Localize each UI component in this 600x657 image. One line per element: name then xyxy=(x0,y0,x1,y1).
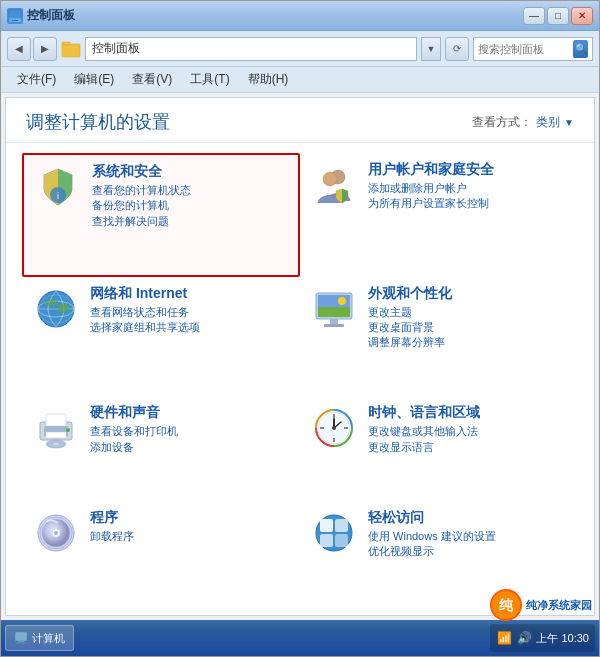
nav-buttons: ◀ ▶ xyxy=(7,37,57,61)
hardware-icon xyxy=(34,406,78,450)
cp-item-user-accounts[interactable]: 用户帐户和家庭安全 添加或删除用户帐户 为所有用户设置家长控制 xyxy=(300,153,578,277)
cp-link-system-3[interactable]: 查找并解决问题 xyxy=(92,214,288,229)
cp-title-hardware[interactable]: 硬件和声音 xyxy=(90,404,290,422)
cp-link-appearance-1[interactable]: 更改主题 xyxy=(368,305,568,320)
cp-link-user-2[interactable]: 为所有用户设置家长控制 xyxy=(368,196,568,211)
address-path[interactable]: 控制面板 xyxy=(85,37,417,61)
shield-icon: i xyxy=(36,165,80,209)
cp-link-system-2[interactable]: 备份您的计算机 xyxy=(92,198,288,213)
network-icon xyxy=(34,287,78,331)
cp-item-appearance[interactable]: 外观和个性化 更改主题 更改桌面背景 调整屏幕分辨率 xyxy=(300,277,578,397)
svg-rect-4 xyxy=(62,42,70,45)
cp-item-system-security[interactable]: i 系统和安全 查看您的计算机状态 备份您的计算机 查找并解决问题 xyxy=(22,153,300,277)
watermark-logo: 纯 xyxy=(490,589,522,621)
cp-title-accessibility[interactable]: 轻松访问 xyxy=(368,509,568,527)
folder-icon xyxy=(61,39,81,59)
cp-link-system-1[interactable]: 查看您的计算机状态 xyxy=(92,183,288,198)
svg-point-39 xyxy=(54,531,58,535)
content-area: 调整计算机的设置 查看方式： 类别 ▼ xyxy=(5,97,595,616)
cp-title-system-security[interactable]: 系统和安全 xyxy=(92,163,288,181)
cp-title-appearance[interactable]: 外观和个性化 xyxy=(368,285,568,303)
svg-rect-19 xyxy=(324,324,344,327)
cp-icon-programs xyxy=(32,509,80,557)
svg-rect-45 xyxy=(335,534,348,547)
search-input[interactable] xyxy=(478,43,573,55)
cp-icon-clock xyxy=(310,404,358,452)
cp-item-programs[interactable]: 程序 卸载程序 xyxy=(22,501,300,605)
maximize-button[interactable]: □ xyxy=(547,7,569,25)
cp-icon-network xyxy=(32,285,80,333)
cp-link-clock-2[interactable]: 更改显示语言 xyxy=(368,440,568,455)
forward-button[interactable]: ▶ xyxy=(33,37,57,61)
svg-rect-44 xyxy=(320,534,333,547)
cp-text-user-accounts: 用户帐户和家庭安全 添加或删除用户帐户 为所有用户设置家长控制 xyxy=(368,161,568,212)
cp-link-accessibility-2[interactable]: 优化视频显示 xyxy=(368,544,568,559)
cp-text-appearance: 外观和个性化 更改主题 更改桌面背景 调整屏幕分辨率 xyxy=(368,285,568,351)
content-header: 调整计算机的设置 查看方式： 类别 ▼ xyxy=(6,98,594,143)
view-dropdown-icon[interactable]: ▼ xyxy=(564,117,574,128)
users-icon xyxy=(312,163,356,207)
cp-text-accessibility: 轻松访问 使用 Windows 建议的设置 优化视频显示 xyxy=(368,509,568,560)
search-box: 🔍 xyxy=(473,37,593,61)
cp-link-appearance-2[interactable]: 更改桌面背景 xyxy=(368,320,568,335)
cp-link-appearance-3[interactable]: 调整屏幕分辨率 xyxy=(368,335,568,350)
cp-text-hardware: 硬件和声音 查看设备和打印机 添加设备 xyxy=(90,404,290,455)
window-icon xyxy=(7,8,23,24)
cp-text-system-security: 系统和安全 查看您的计算机状态 备份您的计算机 查找并解决问题 xyxy=(92,163,288,229)
address-dropdown[interactable]: ▼ xyxy=(421,37,441,61)
tray-network-icon: 📶 xyxy=(496,630,512,646)
cp-link-hardware-1[interactable]: 查看设备和打印机 xyxy=(90,424,290,439)
svg-point-35 xyxy=(332,426,336,430)
svg-rect-22 xyxy=(46,414,66,426)
refresh-button[interactable]: ⟳ xyxy=(445,37,469,61)
cp-title-programs[interactable]: 程序 xyxy=(90,509,290,527)
window: 控制面板 — □ ✕ ◀ ▶ 控制面板 ▼ ⟳ 🔍 文件(F) 编辑(E) 查看… xyxy=(0,0,600,657)
close-button[interactable]: ✕ xyxy=(571,7,593,25)
tray-time[interactable]: 上午 10:30 xyxy=(536,631,589,645)
search-button[interactable]: 🔍 xyxy=(573,40,588,58)
cp-link-network-1[interactable]: 查看网络状态和任务 xyxy=(90,305,290,320)
menu-help[interactable]: 帮助(H) xyxy=(240,69,297,90)
svg-point-26 xyxy=(53,443,59,446)
cp-item-hardware[interactable]: 硬件和声音 查看设备和打印机 添加设备 xyxy=(22,396,300,500)
tray-volume-icon: 🔊 xyxy=(516,630,532,646)
svg-rect-48 xyxy=(16,642,26,644)
svg-rect-16 xyxy=(318,307,350,317)
watermark-text: 纯净系统家园 xyxy=(526,598,592,613)
clock-icon xyxy=(312,406,356,450)
accessibility-icon xyxy=(312,511,356,555)
cp-item-network[interactable]: 网络和 Internet 查看网络状态和任务 选择家庭组和共享选项 xyxy=(22,277,300,397)
cp-link-accessibility-1[interactable]: 使用 Windows 建议的设置 xyxy=(368,529,568,544)
control-panel-grid: i 系统和安全 查看您的计算机状态 备份您的计算机 查找并解决问题 xyxy=(6,143,594,615)
cp-link-user-1[interactable]: 添加或删除用户帐户 xyxy=(368,181,568,196)
menu-file[interactable]: 文件(F) xyxy=(9,69,64,90)
cp-item-clock[interactable]: 时钟、语言和区域 更改键盘或其他输入法 更改显示语言 xyxy=(300,396,578,500)
svg-rect-46 xyxy=(15,632,27,641)
svg-rect-3 xyxy=(62,44,80,57)
cp-text-clock: 时钟、语言和区域 更改键盘或其他输入法 更改显示语言 xyxy=(368,404,568,455)
taskbar-computer-label: 计算机 xyxy=(32,631,65,646)
cp-link-clock-1[interactable]: 更改键盘或其他输入法 xyxy=(368,424,568,439)
cp-link-hardware-2[interactable]: 添加设备 xyxy=(90,440,290,455)
minimize-button[interactable]: — xyxy=(523,7,545,25)
taskbar-computer-item[interactable]: 计算机 xyxy=(5,625,74,651)
system-tray: 📶 🔊 上午 10:30 xyxy=(490,624,595,652)
cp-title-clock[interactable]: 时钟、语言和区域 xyxy=(368,404,568,422)
cp-link-programs-1[interactable]: 卸载程序 xyxy=(90,529,290,544)
back-button[interactable]: ◀ xyxy=(7,37,31,61)
view-value[interactable]: 类别 xyxy=(536,114,560,131)
cp-text-programs: 程序 卸载程序 xyxy=(90,509,290,544)
svg-point-24 xyxy=(66,428,70,432)
taskbar: 计算机 📶 🔊 上午 10:30 xyxy=(1,620,599,656)
cp-link-network-2[interactable]: 选择家庭组和共享选项 xyxy=(90,320,290,335)
svg-rect-23 xyxy=(46,432,66,438)
svg-rect-2 xyxy=(12,20,18,21)
menu-edit[interactable]: 编辑(E) xyxy=(66,69,122,90)
svg-text:纯: 纯 xyxy=(498,597,514,613)
address-bar: ◀ ▶ 控制面板 ▼ ⟳ 🔍 xyxy=(1,31,599,67)
menu-view[interactable]: 查看(V) xyxy=(124,69,180,90)
cp-title-network[interactable]: 网络和 Internet xyxy=(90,285,290,303)
menu-tools[interactable]: 工具(T) xyxy=(182,69,237,90)
cp-title-user-accounts[interactable]: 用户帐户和家庭安全 xyxy=(368,161,568,179)
page-title: 调整计算机的设置 xyxy=(26,110,170,134)
